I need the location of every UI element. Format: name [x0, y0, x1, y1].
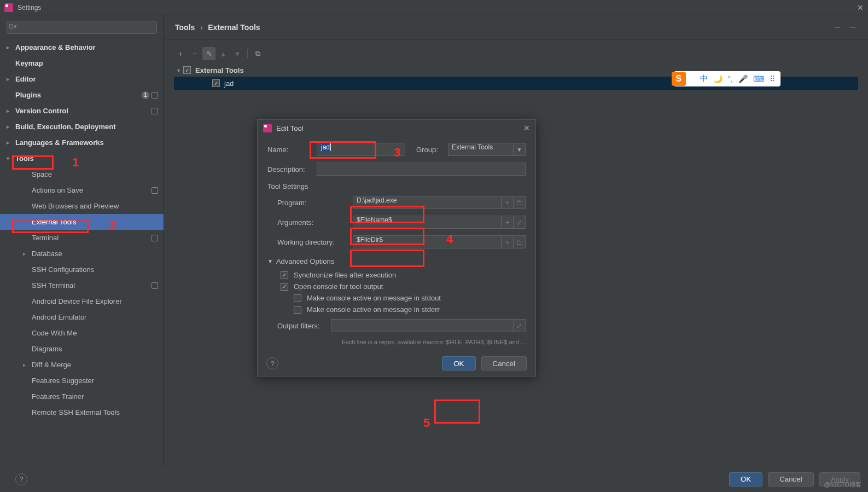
item-checkbox[interactable]: ✓ [212, 79, 220, 87]
stderr-checkbox[interactable] [294, 306, 301, 314]
svg-rect-3 [264, 125, 267, 128]
sidebar-item-label: Keymap [15, 59, 43, 67]
sidebar-item-remote-ssh-external-tools[interactable]: Remote SSH External Tools [0, 404, 164, 420]
console-label: Open console for tool output [294, 282, 383, 291]
browse-icon[interactable]: 🗀 [514, 235, 526, 248]
sidebar-item-languages-frameworks[interactable]: ▸Languages & Frameworks [0, 135, 164, 151]
sidebar-item-label: Tools [15, 154, 34, 163]
sidebar-item-external-tools[interactable]: External Tools [0, 214, 164, 230]
ime-lang[interactable]: 中 [700, 74, 708, 84]
sidebar-item-android-device-file-explorer[interactable]: Android Device File Explorer [0, 293, 164, 309]
remove-button[interactable]: − [188, 47, 201, 60]
filters-field[interactable] [331, 319, 514, 332]
copy-button[interactable]: ⧉ [251, 47, 264, 60]
breadcrumb-seg-1[interactable]: External Tools [208, 23, 260, 32]
modal-cancel-button[interactable]: Cancel [481, 356, 527, 371]
app-logo-icon [4, 3, 13, 12]
chevron-down-icon[interactable]: ▼ [267, 258, 273, 264]
insert-macro-icon[interactable]: + [502, 235, 514, 248]
sidebar-item-features-trainer[interactable]: Features Trainer [0, 389, 164, 404]
project-scope-icon [152, 108, 158, 114]
search-input[interactable] [7, 21, 157, 34]
sidebar-item-label: External Tools [32, 218, 76, 226]
sidebar-item-version-control[interactable]: ▸Version Control [0, 103, 164, 119]
breadcrumb-seg-0[interactable]: Tools [175, 23, 195, 32]
ime-mic-icon[interactable]: 🎤 [738, 74, 748, 83]
sidebar-item-keymap[interactable]: Keymap [0, 55, 164, 71]
ime-moon-icon[interactable]: 🌙 [713, 74, 723, 83]
sidebar-item-ssh-configurations[interactable]: SSH Configurations [0, 262, 164, 277]
sidebar-item-label: Actions on Save [32, 186, 83, 194]
project-scope-icon [152, 187, 158, 194]
sync-checkbox[interactable]: ✓ [281, 271, 288, 279]
sidebar-item-database[interactable]: ▸Database [0, 246, 164, 262]
sidebar-item-label: SSH Configurations [32, 265, 94, 274]
group-field[interactable]: External Tools [448, 143, 514, 156]
description-field[interactable] [317, 163, 526, 176]
ok-button[interactable]: OK [729, 472, 762, 487]
nav-back-icon[interactable]: ← [833, 22, 842, 32]
up-button[interactable]: ▲ [217, 47, 230, 60]
sidebar-item-label: Features Suggester [32, 377, 94, 385]
ime-punct-icon[interactable]: °, [728, 74, 733, 83]
sidebar-item-android-emulator[interactable]: Android Emulator [0, 309, 164, 325]
edit-button[interactable]: ✎ [202, 47, 215, 60]
group-dropdown-icon[interactable]: ▼ [514, 143, 526, 156]
sidebar-item-editor[interactable]: ▸Editor [0, 71, 164, 87]
modal-help-button[interactable]: ? [266, 357, 278, 369]
workdir-field[interactable]: $FileDir$ [353, 235, 502, 248]
help-button[interactable]: ? [15, 473, 27, 485]
sidebar-item-label: Android Emulator [32, 313, 86, 321]
name-label: Name: [267, 146, 317, 154]
nav-forward-icon[interactable]: → [848, 22, 857, 32]
group-checkbox[interactable]: ✓ [183, 66, 191, 74]
add-button[interactable]: + [174, 47, 187, 60]
chevron-right-icon: ▸ [7, 124, 9, 130]
console-checkbox[interactable]: ✓ [281, 283, 288, 291]
sidebar-item-appearance-behavior[interactable]: ▸Appearance & Behavior [0, 39, 164, 55]
down-button[interactable]: ▼ [231, 47, 244, 60]
ime-keyboard-icon[interactable]: ⌨ [753, 74, 764, 83]
sidebar-item-build-execution-deployment[interactable]: ▸Build, Execution, Deployment [0, 119, 164, 135]
stdout-checkbox[interactable] [294, 294, 301, 302]
sidebar-item-label: Languages & Frameworks [15, 138, 104, 147]
expand-icon[interactable]: ⤢ [514, 319, 526, 332]
group-label: Group: [416, 146, 448, 154]
window-close-icon[interactable]: ✕ [857, 3, 864, 12]
chevron-down-icon: ▾ [177, 67, 180, 73]
name-field[interactable]: jad [317, 143, 405, 156]
browse-icon[interactable]: 🗀 [514, 196, 526, 209]
settings-tree[interactable]: ▸Appearance & BehaviorKeymap▸EditorPlugi… [0, 39, 164, 466]
chevron-right-icon: ▸ [7, 44, 9, 50]
program-field[interactable]: D:\jad\jad.exe [353, 196, 502, 209]
ime-grid-icon[interactable]: ⠿ [770, 74, 775, 83]
sidebar-item-ssh-terminal[interactable]: SSH Terminal [0, 277, 164, 293]
insert-macro-icon[interactable]: + [502, 196, 514, 209]
cancel-button[interactable]: Cancel [768, 472, 814, 487]
sidebar-item-web-browsers-and-preview[interactable]: Web Browsers and Preview [0, 198, 164, 214]
filters-label: Output filters: [277, 322, 331, 330]
sidebar-item-diff-merge[interactable]: ▸Diff & Merge [0, 357, 164, 373]
expand-icon[interactable]: ⤢ [514, 216, 526, 229]
sidebar-item-label: SSH Terminal [32, 281, 75, 290]
arguments-field[interactable]: $FileName$ [353, 216, 502, 229]
sidebar-item-plugins[interactable]: Plugins1 [0, 87, 164, 103]
insert-macro-icon[interactable]: + [502, 216, 514, 229]
sidebar-item-features-suggester[interactable]: Features Suggester [0, 373, 164, 389]
ime-bar[interactable]: S 中 🌙 °, 🎤 ⌨ ⠿ [674, 71, 781, 86]
advanced-options-label[interactable]: Advanced Options [276, 257, 334, 265]
sidebar-item-tools[interactable]: ▾Tools [0, 151, 164, 166]
chevron-right-icon: ▸ [23, 362, 26, 368]
modal-ok-button[interactable]: OK [442, 356, 475, 371]
group-label: External Tools [195, 66, 244, 74]
sidebar-item-label: Android Device File Explorer [32, 297, 122, 305]
sidebar-item-space[interactable]: Space [0, 166, 164, 182]
sidebar-item-diagrams[interactable]: Diagrams [0, 341, 164, 357]
sidebar-item-terminal[interactable]: Terminal [0, 230, 164, 246]
workdir-label: Working directory: [277, 238, 353, 246]
chevron-right-icon: ▸ [23, 251, 26, 257]
sidebar-item-actions-on-save[interactable]: Actions on Save [0, 182, 164, 198]
sidebar-item-label: Diff & Merge [32, 361, 71, 369]
sidebar-item-code-with-me[interactable]: Code With Me [0, 325, 164, 341]
modal-close-icon[interactable]: ✕ [523, 124, 530, 132]
